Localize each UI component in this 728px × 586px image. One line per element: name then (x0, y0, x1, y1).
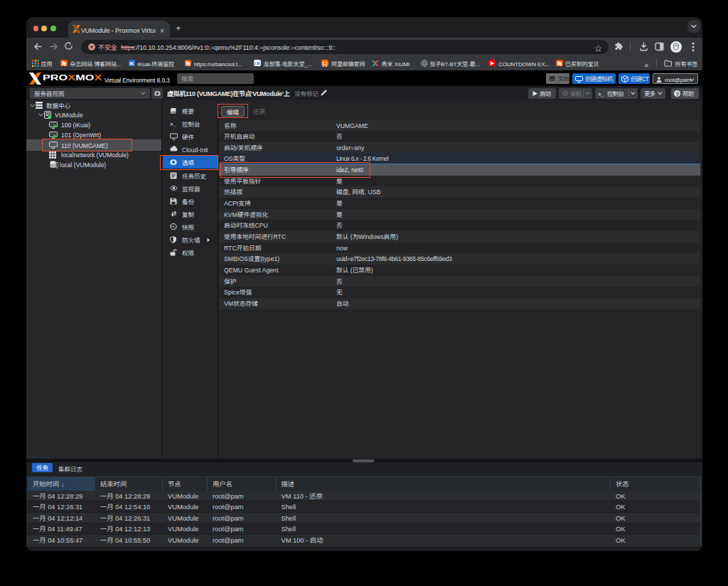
svg-text:MO: MO (75, 74, 95, 82)
svg-text:X: X (94, 74, 102, 82)
svg-text:PRO: PRO (43, 74, 68, 82)
